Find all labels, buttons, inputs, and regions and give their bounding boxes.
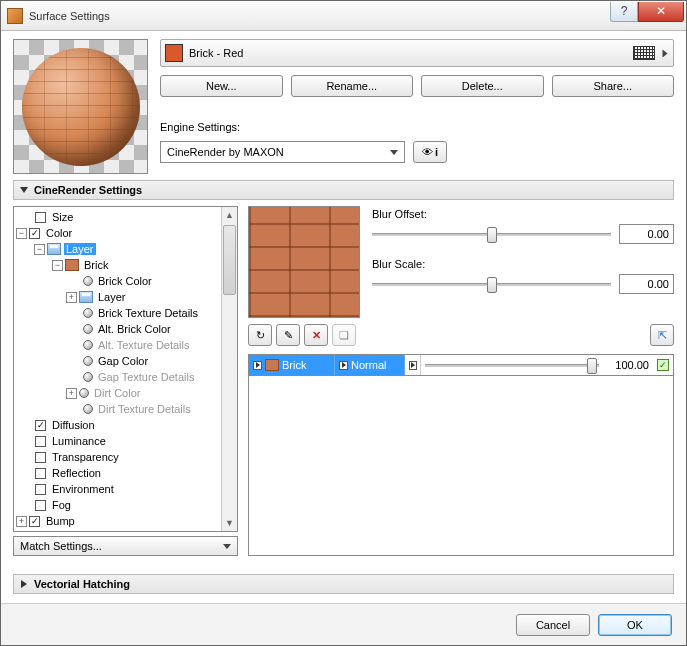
tree-node-brick-tex[interactable]: Brick Texture Details xyxy=(16,305,219,321)
chevron-down-icon xyxy=(390,150,398,155)
material-preview-sphere xyxy=(13,39,148,174)
engine-combo[interactable]: CineRender by MAXON xyxy=(160,141,405,163)
scroll-thumb[interactable] xyxy=(223,225,236,295)
blur-offset-label: Blur Offset: xyxy=(372,208,674,220)
opacity-slider[interactable] xyxy=(425,356,599,374)
blur-offset-slider[interactable] xyxy=(372,225,611,243)
cinerender-section-title: CineRender Settings xyxy=(34,184,142,196)
material-name: Brick - Red xyxy=(189,47,627,59)
dot-icon xyxy=(83,308,93,318)
material-name-bar[interactable]: Brick - Red xyxy=(160,39,674,67)
dot-icon xyxy=(83,404,93,414)
tree-node-brick[interactable]: − Brick xyxy=(16,257,219,273)
ok-button[interactable]: OK xyxy=(598,614,672,636)
tree-node-layer[interactable]: − Layer xyxy=(16,241,219,257)
blur-scale-field[interactable]: 0.00 xyxy=(619,274,674,294)
export-button[interactable]: ⇱ xyxy=(650,324,674,346)
layer-name: Brick xyxy=(282,359,306,371)
vectorial-section-header[interactable]: Vectorial Hatching xyxy=(13,574,674,594)
layer-enable-checkbox[interactable]: ✓ xyxy=(653,355,673,375)
share-button[interactable]: Share... xyxy=(552,75,675,97)
brick-icon xyxy=(65,259,79,271)
engine-label: Engine Settings: xyxy=(160,121,674,133)
disclosure-right-icon xyxy=(21,580,27,588)
layer-list-row[interactable]: Brick Normal 100.00 ✓ xyxy=(248,354,674,376)
dot-icon xyxy=(83,324,93,334)
help-button[interactable]: ? xyxy=(610,2,638,22)
tree-node-alt-tex[interactable]: Alt. Texture Details xyxy=(16,337,219,353)
brick-icon xyxy=(265,359,279,371)
cinerender-section-header[interactable]: CineRender Settings xyxy=(13,180,674,200)
app-icon xyxy=(7,8,23,24)
tree-node-transparency[interactable]: Transparency xyxy=(16,449,219,465)
title-bar: Surface Settings ? ✕ xyxy=(1,1,686,31)
layers-disabled-button: ❏ xyxy=(332,324,356,346)
eye-icon: 👁 xyxy=(422,146,433,158)
tree-node-color[interactable]: − Color xyxy=(16,225,219,241)
opacity-value[interactable]: 100.00 xyxy=(603,355,653,375)
engine-info-button[interactable]: 👁i xyxy=(413,141,447,163)
tree-node-fog[interactable]: Fog xyxy=(16,497,219,513)
scroll-up-icon[interactable]: ▲ xyxy=(222,207,237,223)
blend-mode: Normal xyxy=(351,359,386,371)
tree-node-luminance[interactable]: Luminance xyxy=(16,433,219,449)
disclosure-down-icon xyxy=(20,187,28,193)
tree-node-alt-brick[interactable]: Alt. Brick Color xyxy=(16,321,219,337)
remove-button[interactable]: ✕ xyxy=(304,324,328,346)
rename-button[interactable]: Rename... xyxy=(291,75,414,97)
material-menu-arrow-icon[interactable] xyxy=(663,49,668,57)
tree-node-gap-color[interactable]: Gap Color xyxy=(16,353,219,369)
hatch-pattern-icon[interactable] xyxy=(633,46,655,60)
tree-node-diffusion[interactable]: Diffusion xyxy=(16,417,219,433)
window-title: Surface Settings xyxy=(29,10,610,22)
blur-scale-slider[interactable] xyxy=(372,275,611,293)
x-icon: ✕ xyxy=(312,329,321,342)
dot-icon xyxy=(83,356,93,366)
close-button[interactable]: ✕ xyxy=(638,2,684,22)
tree-scrollbar[interactable]: ▲ ▼ xyxy=(221,207,237,531)
dot-icon xyxy=(83,276,93,286)
tree-node-gap-tex[interactable]: Gap Texture Details xyxy=(16,369,219,385)
layer-menu-icon[interactable] xyxy=(253,361,262,370)
dot-icon xyxy=(83,372,93,382)
dialog-button-bar: Cancel OK xyxy=(1,603,686,645)
tree-node-brick-color[interactable]: Brick Color xyxy=(16,273,219,289)
blur-offset-field[interactable]: 0.00 xyxy=(619,224,674,244)
export-icon: ⇱ xyxy=(658,329,667,342)
edit-button[interactable]: ✎ xyxy=(276,324,300,346)
dot-icon xyxy=(79,388,89,398)
tree-node-dirt-tex[interactable]: Dirt Texture Details xyxy=(16,401,219,417)
tree-node-layer2[interactable]: + Layer xyxy=(16,289,219,305)
layers-icon xyxy=(47,243,61,255)
tree-node-environment[interactable]: Environment xyxy=(16,481,219,497)
texture-preview xyxy=(248,206,360,318)
reload-button[interactable]: ↻ xyxy=(248,324,272,346)
blur-scale-label: Blur Scale: xyxy=(372,258,674,270)
edit-icon: ✎ xyxy=(284,329,293,342)
tree-node-size[interactable]: Size xyxy=(16,209,219,225)
tree-node-reflection[interactable]: Reflection xyxy=(16,465,219,481)
tree-node-dirt-color[interactable]: + Dirt Color xyxy=(16,385,219,401)
dot-icon xyxy=(83,340,93,350)
tree-node-bump[interactable]: + Bump xyxy=(16,513,219,529)
engine-selected: CineRender by MAXON xyxy=(167,146,284,158)
reload-icon: ↻ xyxy=(256,329,265,342)
options-menu-icon[interactable] xyxy=(409,361,417,370)
blend-menu-icon[interactable] xyxy=(339,361,348,370)
match-settings-button[interactable]: Match Settings... xyxy=(13,536,238,556)
new-button[interactable]: New... xyxy=(160,75,283,97)
scroll-down-icon[interactable]: ▼ xyxy=(222,515,237,531)
cancel-button[interactable]: Cancel xyxy=(516,614,590,636)
layers-icon xyxy=(79,291,93,303)
delete-button[interactable]: Delete... xyxy=(421,75,544,97)
material-swatch xyxy=(165,44,183,62)
chevron-down-icon xyxy=(223,544,231,549)
layers-icon: ❏ xyxy=(339,329,349,342)
vectorial-section-title: Vectorial Hatching xyxy=(34,578,130,590)
layer-list-body[interactable] xyxy=(248,376,674,556)
settings-tree[interactable]: Size − Color − Layer − xyxy=(13,206,238,532)
